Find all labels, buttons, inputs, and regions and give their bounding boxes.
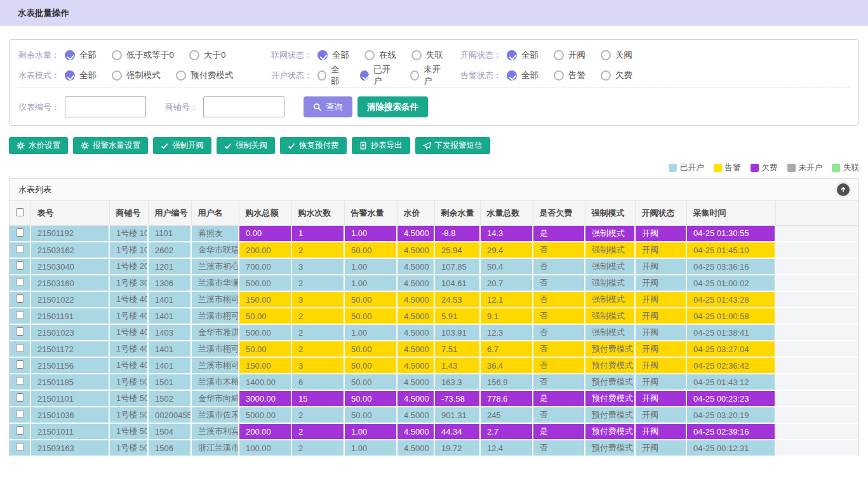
table-cell: 预付费模式 bbox=[585, 357, 635, 374]
radio-checked-icon[interactable] bbox=[317, 50, 328, 60]
table-cell: 4.5000 bbox=[397, 407, 434, 423]
radio-option[interactable]: 在线 bbox=[364, 49, 396, 61]
scroll-top-icon[interactable] bbox=[837, 183, 850, 196]
table-row: 215011561号楼 4061401兰溪市栩可铝150.00350.004.5… bbox=[10, 357, 858, 374]
radio-unchecked-icon[interactable] bbox=[601, 70, 611, 81]
radio-option[interactable]: 预付费模式 bbox=[176, 70, 234, 81]
table-cell: 兰溪市栩可铝 bbox=[191, 308, 239, 324]
抄表导出-button[interactable]: 抄表导出 bbox=[352, 137, 410, 154]
table-cell: 50.00 bbox=[344, 341, 397, 357]
batch-action-toolbar: 水价设置报警水量设置强制开阀强制关阀恢复预付费抄表导出下发报警短信 bbox=[9, 137, 859, 154]
radio-checked-icon[interactable] bbox=[65, 70, 75, 81]
row-checkbox[interactable] bbox=[16, 344, 24, 352]
radio-option[interactable]: 全部 bbox=[65, 49, 97, 61]
radio-option[interactable]: 全部 bbox=[317, 64, 345, 87]
row-checkbox[interactable] bbox=[16, 443, 24, 451]
filter-group-alarm-status: 告警状态：全部告警欠费 bbox=[460, 70, 850, 81]
table-cell: 103.91 bbox=[434, 324, 480, 341]
radio-unchecked-icon[interactable] bbox=[554, 50, 564, 60]
table-row: 215011851号楼 5011501兰溪市木榕森1400.00650.004.… bbox=[10, 374, 858, 390]
table-cell: 21501156 bbox=[30, 357, 109, 374]
radio-unchecked-icon[interactable] bbox=[411, 50, 422, 60]
row-checkbox[interactable] bbox=[16, 360, 24, 369]
row-checkbox[interactable] bbox=[16, 261, 24, 270]
shop-no-input[interactable] bbox=[203, 96, 284, 117]
报警水量设置-button[interactable]: 报警水量设置 bbox=[73, 137, 148, 154]
radio-option[interactable]: 开阀 bbox=[554, 49, 585, 61]
radio-unchecked-icon[interactable] bbox=[364, 50, 375, 60]
table-cell: 20.7 bbox=[480, 275, 533, 291]
table-cell: 2 bbox=[291, 242, 344, 258]
radio-unchecked-icon[interactable] bbox=[317, 70, 326, 81]
radio-unchecked-icon[interactable] bbox=[410, 70, 419, 81]
radio-option[interactable]: 全部 bbox=[507, 49, 538, 61]
table-cell: 是 bbox=[533, 423, 585, 440]
radio-checked-icon[interactable] bbox=[65, 50, 75, 60]
radio-option[interactable]: 强制模式 bbox=[112, 70, 161, 81]
table-cell: 1401 bbox=[148, 291, 191, 308]
恢复预付费-button[interactable]: 恢复预付费 bbox=[280, 137, 347, 154]
table-cell: 强制模式 bbox=[585, 308, 635, 324]
radio-option[interactable]: 全部 bbox=[507, 70, 538, 81]
table-cell: 29.4 bbox=[480, 242, 533, 258]
radio-option[interactable]: 全部 bbox=[317, 49, 349, 61]
radio-unchecked-icon[interactable] bbox=[601, 50, 611, 60]
table-cell-filler bbox=[775, 440, 858, 456]
legend-swatch-icon bbox=[751, 164, 759, 172]
table-cell: 1.43 bbox=[434, 357, 480, 374]
query-button[interactable]: 查询 bbox=[304, 96, 352, 117]
table-cell: 6.7 bbox=[480, 341, 533, 357]
下发报警短信-button[interactable]: 下发报警短信 bbox=[415, 137, 490, 154]
row-checkbox[interactable] bbox=[16, 278, 24, 286]
radio-option[interactable]: 低于或等于0 bbox=[112, 49, 174, 61]
table-cell: 开阀 bbox=[635, 308, 686, 324]
row-checkbox[interactable] bbox=[16, 327, 24, 336]
水价设置-button[interactable]: 水价设置 bbox=[9, 137, 68, 154]
radio-option[interactable]: 未开户 bbox=[410, 64, 445, 87]
row-checkbox[interactable] bbox=[16, 228, 24, 237]
row-checkbox[interactable] bbox=[16, 294, 24, 303]
table-cell: 1306 bbox=[148, 275, 191, 291]
table-title: 水表列表 bbox=[18, 184, 51, 195]
强制关阀-button[interactable]: 强制关阀 bbox=[217, 137, 275, 154]
row-checkbox[interactable] bbox=[16, 410, 24, 418]
table-cell: 04-25 03:36:16 bbox=[686, 258, 775, 275]
table-cell: 4.5000 bbox=[397, 390, 434, 407]
column-header: 告警水量 bbox=[344, 201, 397, 225]
radio-unchecked-icon[interactable] bbox=[554, 70, 564, 81]
select-all-checkbox[interactable] bbox=[16, 208, 24, 216]
table-cell: 50.00 bbox=[344, 308, 397, 324]
radio-checked-icon[interactable] bbox=[507, 70, 517, 81]
radio-option[interactable]: 告警 bbox=[554, 70, 585, 81]
radio-option[interactable]: 失联 bbox=[411, 49, 443, 61]
meter-no-input[interactable] bbox=[65, 96, 146, 117]
强制开阀-button[interactable]: 强制开阀 bbox=[153, 137, 211, 154]
radio-option-label: 开阀 bbox=[568, 49, 585, 61]
radio-unchecked-icon[interactable] bbox=[189, 50, 199, 60]
row-checkbox[interactable] bbox=[16, 426, 24, 435]
row-checkbox[interactable] bbox=[16, 311, 24, 319]
radio-option[interactable]: 全部 bbox=[65, 70, 97, 81]
radio-option[interactable]: 关阀 bbox=[601, 49, 632, 61]
table-cell: 是 bbox=[533, 225, 585, 242]
table-cell: 36.4 bbox=[480, 357, 533, 374]
radio-option[interactable]: 大于0 bbox=[189, 49, 226, 61]
table-cell: 否 bbox=[533, 308, 585, 324]
radio-checked-icon[interactable] bbox=[360, 70, 369, 81]
table-cell: 04-25 01:38:41 bbox=[686, 324, 775, 341]
row-checkbox[interactable] bbox=[16, 245, 24, 253]
row-checkbox[interactable] bbox=[16, 393, 24, 402]
radio-unchecked-icon[interactable] bbox=[176, 70, 186, 81]
table-cell: 00200455 bbox=[148, 407, 191, 423]
row-checkbox[interactable] bbox=[16, 377, 24, 385]
radio-unchecked-icon[interactable] bbox=[112, 70, 122, 81]
radio-checked-icon[interactable] bbox=[507, 50, 517, 60]
table-cell: 7.51 bbox=[434, 341, 480, 357]
radio-unchecked-icon[interactable] bbox=[112, 50, 122, 60]
table-cell: 兰溪市栩可铝 bbox=[191, 357, 239, 374]
table-cell: 100.00 bbox=[239, 440, 291, 456]
radio-option[interactable]: 欠费 bbox=[601, 70, 632, 81]
radio-option[interactable]: 已开户 bbox=[360, 64, 395, 87]
column-header: 水价 bbox=[397, 201, 434, 225]
clear-search-button[interactable]: 清除搜索条件 bbox=[357, 96, 428, 117]
